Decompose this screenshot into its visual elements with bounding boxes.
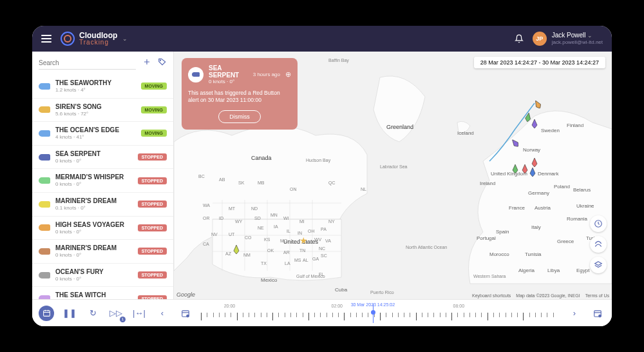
target-icon[interactable]: ⊕ <box>285 70 291 79</box>
ship-icon <box>39 130 50 137</box>
star-marker[interactable]: ★ <box>299 235 306 242</box>
add-icon[interactable] <box>142 57 151 69</box>
map-label: Greece <box>557 239 574 244</box>
timeline-track[interactable]: 20:0002:0008:0030 Mar 2023 14:25:02 <box>201 304 559 323</box>
map-label: Western Sahara <box>473 274 506 279</box>
status-badge: STOPPED <box>138 295 167 299</box>
status-badge: STOPPED <box>138 248 167 255</box>
svg-rect-14 <box>43 311 50 317</box>
map-label: Iceland <box>457 130 474 136</box>
asset-row[interactable]: HIGH SEAS VOYAGER 0 knots · 0° STOPPED <box>32 217 173 240</box>
map-label: Libya <box>547 268 560 273</box>
map-label: IN <box>298 231 302 235</box>
ship-marker[interactable] <box>512 164 518 173</box>
ship-marker[interactable] <box>529 168 536 177</box>
asset-row[interactable]: MARINER'S DREAM 0.1 knots · 0° STOPPED <box>32 193 173 217</box>
alert-box: SEA SERPENT 0 knots · 0° 3 hours ago ⊕ T… <box>182 58 298 130</box>
sidebar: THE SEAWORTHY 1.2 knots · 4° MOVING SIRE… <box>32 52 174 299</box>
user-menu[interactable]: Jack Powell jack.powell@wi-ltd.net <box>552 32 603 46</box>
map-label: Greenland <box>386 124 413 130</box>
ship-marker[interactable] <box>522 164 528 173</box>
map-label: TX <box>261 261 267 266</box>
ship-icon <box>39 224 50 231</box>
fit-width-button[interactable]: |↔| <box>131 306 147 321</box>
map-label: Norway <box>523 147 540 153</box>
asset-name: OCEAN'S FURY <box>55 268 133 276</box>
map-label: Denmark <box>538 171 558 177</box>
asset-sub: 0 knots · 0° <box>55 158 133 164</box>
timeline-label: 02:00 <box>332 304 343 308</box>
ship-icon <box>39 248 50 255</box>
chevron-down-icon[interactable]: ⌄ <box>122 35 128 42</box>
fast-forward-button[interactable]: ▷▷ <box>108 306 124 321</box>
map-label: PA <box>321 227 327 231</box>
asset-row[interactable]: SIREN'S SONG 5.6 knots · 72° MOVING <box>32 99 173 122</box>
ship-icon <box>39 83 50 90</box>
svg-point-20 <box>187 315 189 317</box>
map-attribution: Keyboard shortcuts Map data ©2023 Google… <box>472 293 609 298</box>
map-label: NL <box>361 187 366 191</box>
calendar-button[interactable] <box>39 306 54 321</box>
map-label: QC <box>328 181 336 185</box>
tag-icon[interactable] <box>158 57 167 69</box>
search-input[interactable] <box>39 57 136 70</box>
pause-button[interactable]: ❚❚ <box>62 306 77 321</box>
calendar-end-icon[interactable] <box>590 306 605 321</box>
ship-icon <box>188 67 204 83</box>
svg-point-23 <box>599 315 601 317</box>
map-label: AZ <box>225 251 231 256</box>
map-label: Finland <box>567 122 583 128</box>
map-label: NE <box>258 226 264 230</box>
map-label: GA <box>312 257 319 261</box>
calendar-start-icon[interactable] <box>178 306 193 321</box>
asset-row[interactable]: SEA SERPENT 0 knots · 0° STOPPED <box>32 146 173 170</box>
map-label: CA <box>203 242 209 246</box>
map-label: Cuba <box>335 287 347 293</box>
clock-icon[interactable] <box>590 215 607 232</box>
asset-name: THE SEAWORTHY <box>55 79 136 87</box>
ship-marker[interactable] <box>233 245 240 254</box>
ship-marker[interactable] <box>531 119 538 128</box>
dismiss-button[interactable]: Dismiss <box>218 110 261 123</box>
logo[interactable]: Cloudloop Tracking <box>61 32 117 46</box>
map-label: BC <box>198 174 205 179</box>
map-label: MN <box>270 213 278 217</box>
map-label: KS <box>264 237 270 242</box>
asset-row[interactable]: THE SEAWORTHY 1.2 knots · 4° MOVING <box>32 75 173 99</box>
bell-icon[interactable] <box>515 34 524 43</box>
map-label: Puerto Rico <box>370 290 394 295</box>
prev-button[interactable]: ‹ <box>155 306 170 321</box>
map-label: OK <box>267 248 274 253</box>
ship-icon <box>39 106 50 113</box>
keyboard-shortcuts-link[interactable]: Keyboard shortcuts <box>472 293 511 298</box>
alert-asset-sub: 0 knots · 0° <box>209 79 248 84</box>
layers-icon[interactable] <box>590 257 607 273</box>
asset-row[interactable]: MARINER'S DREAM 0 knots · 0° STOPPED <box>32 240 173 264</box>
map-label: AR <box>283 250 290 255</box>
terms-link[interactable]: Terms of Us <box>585 293 609 298</box>
map-label: SK <box>238 181 244 185</box>
map-label: Tunisia <box>525 251 542 257</box>
ship-marker[interactable] <box>531 158 538 167</box>
map-label: Labrador Sea <box>380 164 407 169</box>
map-label: OR <box>203 216 210 220</box>
asset-list[interactable]: THE SEAWORTHY 1.2 knots · 4° MOVING SIRE… <box>32 75 173 299</box>
refresh-button[interactable]: ↻ <box>85 306 100 321</box>
avatar[interactable]: JP <box>533 32 547 46</box>
map-label: TN <box>299 248 305 253</box>
map-label: Sweden <box>541 128 560 133</box>
menu-icon[interactable] <box>41 35 52 43</box>
map-label: Romania <box>567 216 587 222</box>
asset-sub: 0.1 knots · 0° <box>55 205 133 211</box>
asset-row[interactable]: MERMAID'S WHISPER 0 knots · 0° STOPPED <box>32 169 173 193</box>
map-area[interactable]: Baffin BayGreenlandIcelandSwedenFinlandN… <box>174 52 612 299</box>
asset-row[interactable]: THE SEA WITCH 0 knots · 0° STOPPED <box>32 287 173 299</box>
next-button[interactable]: › <box>567 306 582 321</box>
map-label: North Atlantic Ocean <box>406 245 447 249</box>
asset-row[interactable]: THE OCEAN'S EDGE 4 knots · 41° MOVING <box>32 122 173 146</box>
map-label: WI <box>283 216 289 220</box>
date-range-chip[interactable]: 28 Mar 2023 14:24:27 - 30 Mar 2023 14:24… <box>474 57 605 68</box>
route-icon[interactable] <box>590 236 607 253</box>
map-label: MT <box>229 206 235 211</box>
asset-row[interactable]: OCEAN'S FURY 0 knots · 0° STOPPED <box>32 264 173 288</box>
